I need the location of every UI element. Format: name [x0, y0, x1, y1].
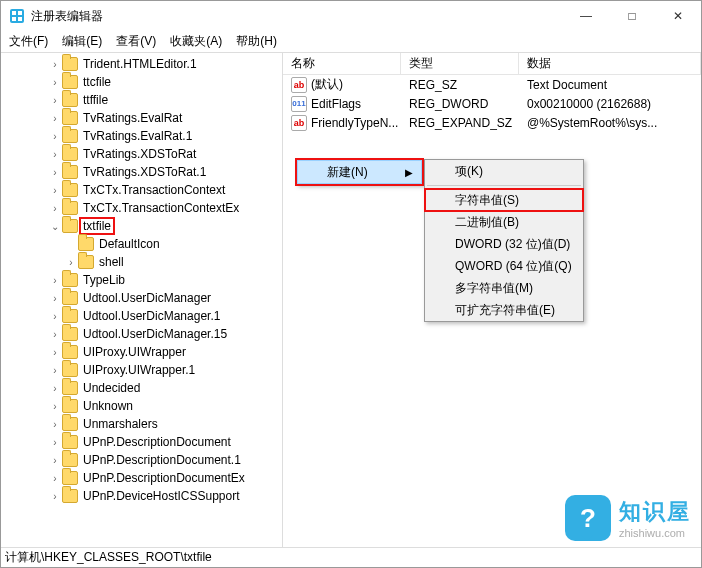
value-data: 0x00210000 (2162688) — [519, 97, 701, 111]
tree-item[interactable]: ›Unmarshalers — [1, 415, 282, 433]
expand-icon[interactable]: › — [49, 131, 61, 142]
expand-icon[interactable]: › — [49, 95, 61, 106]
tree-item[interactable]: ›Trident.HTMLEditor.1 — [1, 55, 282, 73]
expand-icon[interactable]: › — [49, 347, 61, 358]
tree-item[interactable]: ›TxCTx.TransactionContextEx — [1, 199, 282, 217]
context-menu: 新建(N) ▶ — [296, 159, 423, 185]
folder-icon — [62, 417, 78, 431]
expand-icon[interactable]: › — [49, 149, 61, 160]
watermark-icon: ? — [565, 495, 611, 541]
folder-icon — [62, 75, 78, 89]
tree-item[interactable]: ›TvRatings.XDSToRat.1 — [1, 163, 282, 181]
tree-item[interactable]: ›ttcfile — [1, 73, 282, 91]
value-type: REG_SZ — [401, 78, 519, 92]
tree-item[interactable]: ›TvRatings.EvalRat — [1, 109, 282, 127]
menu-item-multistring[interactable]: 多字符串值(M) — [425, 277, 583, 299]
tree-item[interactable]: ›Unknown — [1, 397, 282, 415]
minimize-button[interactable]: — — [563, 1, 609, 31]
menu-separator — [427, 185, 581, 186]
menu-view[interactable]: 查看(V) — [116, 33, 156, 50]
value-data: @%SystemRoot%\sys... — [519, 116, 701, 130]
folder-icon — [62, 471, 78, 485]
tree-item[interactable]: ›shell — [1, 253, 282, 271]
svg-rect-3 — [12, 17, 16, 21]
menu-favorites[interactable]: 收藏夹(A) — [170, 33, 222, 50]
tree-item[interactable]: ⌄txtfile — [1, 217, 282, 235]
menu-edit[interactable]: 编辑(E) — [62, 33, 102, 50]
tree-item[interactable]: ›UIProxy.UIWrapper.1 — [1, 361, 282, 379]
col-type[interactable]: 类型 — [401, 53, 519, 74]
tree-item[interactable]: ›TxCTx.TransactionContext — [1, 181, 282, 199]
expand-icon[interactable]: › — [49, 275, 61, 286]
expand-icon[interactable]: › — [49, 473, 61, 484]
tree-label: UPnP.DeviceHostICSSupport — [81, 489, 242, 503]
menubar: 文件(F) 编辑(E) 查看(V) 收藏夹(A) 帮助(H) — [1, 31, 701, 53]
submenu-arrow-icon: ▶ — [405, 167, 413, 178]
expand-icon[interactable]: › — [49, 491, 61, 502]
expand-icon[interactable]: › — [49, 329, 61, 340]
menu-item-label: DWORD (32 位)值(D) — [455, 236, 570, 253]
expand-icon[interactable]: › — [49, 365, 61, 376]
menu-help[interactable]: 帮助(H) — [236, 33, 277, 50]
expand-icon[interactable]: › — [49, 437, 61, 448]
tree-item[interactable]: ›Undecided — [1, 379, 282, 397]
expand-icon[interactable]: › — [49, 455, 61, 466]
expand-icon[interactable]: › — [49, 419, 61, 430]
expand-icon[interactable]: › — [49, 383, 61, 394]
menu-item-label: 二进制值(B) — [455, 214, 519, 231]
tree-label: Unmarshalers — [81, 417, 160, 431]
col-data[interactable]: 数据 — [519, 53, 701, 74]
string-value-icon: ab — [291, 77, 307, 93]
tree-pane[interactable]: ›Trident.HTMLEditor.1›ttcfile›ttffile›Tv… — [1, 53, 283, 547]
menu-item-dword[interactable]: DWORD (32 位)值(D) — [425, 233, 583, 255]
tree-item[interactable]: ›Udtool.UserDicManager.15 — [1, 325, 282, 343]
menu-file[interactable]: 文件(F) — [9, 33, 48, 50]
menu-item-string[interactable]: 字符串值(S) — [425, 189, 583, 211]
expand-icon[interactable]: › — [49, 167, 61, 178]
tree-item[interactable]: ›UPnP.DescriptionDocumentEx — [1, 469, 282, 487]
value-type: REG_DWORD — [401, 97, 519, 111]
tree-item[interactable]: ›TvRatings.EvalRat.1 — [1, 127, 282, 145]
tree-item[interactable]: ›TvRatings.XDSToRat — [1, 145, 282, 163]
binary-value-icon: 011 — [291, 96, 307, 112]
value-row[interactable]: ab(默认)REG_SZText Document — [283, 75, 701, 94]
values-pane[interactable]: 名称 类型 数据 ab(默认)REG_SZText Document011Edi… — [283, 53, 701, 547]
tree-item[interactable]: ›Udtool.UserDicManager — [1, 289, 282, 307]
expand-icon[interactable]: › — [49, 203, 61, 214]
menu-item-new[interactable]: 新建(N) ▶ — [297, 160, 422, 184]
folder-icon — [62, 489, 78, 503]
value-row[interactable]: 011EditFlagsREG_DWORD0x00210000 (2162688… — [283, 94, 701, 113]
tree-item[interactable]: ›Udtool.UserDicManager.1 — [1, 307, 282, 325]
folder-icon — [62, 201, 78, 215]
tree-item[interactable]: ›UPnP.DescriptionDocument.1 — [1, 451, 282, 469]
collapse-icon[interactable]: ⌄ — [49, 221, 61, 232]
menu-item-qword[interactable]: QWORD (64 位)值(Q) — [425, 255, 583, 277]
folder-icon — [62, 291, 78, 305]
menu-item-label: 新建(N) — [327, 164, 368, 181]
tree-item[interactable]: ›UIProxy.UIWrapper — [1, 343, 282, 361]
tree-item[interactable]: ›TypeLib — [1, 271, 282, 289]
expand-icon[interactable]: › — [49, 311, 61, 322]
tree-item[interactable]: ›ttffile — [1, 91, 282, 109]
folder-icon — [62, 453, 78, 467]
expand-icon[interactable]: › — [49, 113, 61, 124]
tree-item[interactable]: ›UPnP.DescriptionDocument — [1, 433, 282, 451]
expand-icon[interactable]: › — [49, 401, 61, 412]
value-row[interactable]: abFriendlyTypeN...REG_EXPAND_SZ@%SystemR… — [283, 113, 701, 132]
menu-item-expandstring[interactable]: 可扩充字符串值(E) — [425, 299, 583, 321]
tree-item[interactable]: ›UPnP.DeviceHostICSSupport — [1, 487, 282, 505]
close-button[interactable]: ✕ — [655, 1, 701, 31]
expand-icon[interactable]: › — [49, 185, 61, 196]
expand-icon[interactable]: › — [49, 59, 61, 70]
maximize-button[interactable]: □ — [609, 1, 655, 31]
tree-label: DefaultIcon — [97, 237, 162, 251]
expand-icon[interactable]: › — [65, 257, 77, 268]
menu-item-key[interactable]: 项(K) — [425, 160, 583, 182]
expand-icon[interactable]: › — [49, 293, 61, 304]
tree-item[interactable]: DefaultIcon — [1, 235, 282, 253]
col-name[interactable]: 名称 — [283, 53, 401, 74]
menu-item-binary[interactable]: 二进制值(B) — [425, 211, 583, 233]
folder-icon — [62, 165, 78, 179]
expand-icon[interactable]: › — [49, 77, 61, 88]
folder-icon — [62, 327, 78, 341]
